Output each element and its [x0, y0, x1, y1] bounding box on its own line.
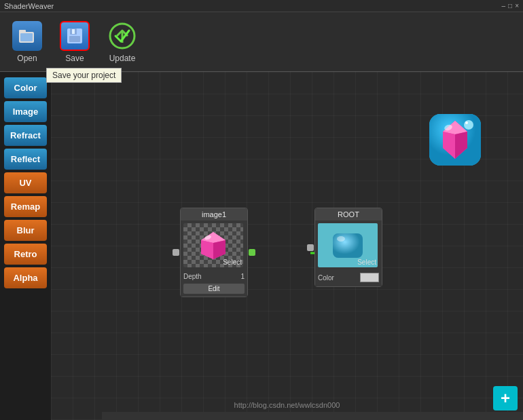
svg-marker-22	[213, 240, 226, 259]
node-image1-title: image1	[181, 208, 247, 221]
sidebar-item-image[interactable]: Image	[4, 101, 47, 122]
node-root-select-label: Select	[357, 259, 376, 266]
node-image1-body: Select	[181, 221, 247, 270]
node-image1-edit-btn[interactable]: Edit	[183, 284, 245, 294]
main-area: Color Image Refract Reflect UV Remap Blu…	[0, 72, 523, 420]
svg-point-27	[337, 236, 345, 242]
node-image1-output-connector[interactable]	[249, 249, 255, 256]
toolbar: Open Save Update Save your proj	[0, 12, 523, 72]
save-icon	[60, 21, 90, 51]
window-controls[interactable]: – □ ×	[502, 2, 519, 9]
open-button[interactable]: Open	[7, 21, 48, 63]
node-image1[interactable]: image1 Select Depth 1	[180, 208, 248, 297]
minimize-btn[interactable]: –	[502, 2, 506, 9]
node-image1-preview: Select	[183, 223, 243, 267]
save-tooltip: Save your project	[46, 68, 122, 83]
node-image1-depth-row: Depth 1	[183, 271, 245, 282]
node-root-footer: Color	[315, 270, 382, 286]
color-swatch[interactable]	[360, 273, 379, 282]
update-button[interactable]: Update	[102, 21, 143, 63]
horizontal-scrollbar[interactable]	[102, 412, 523, 420]
svg-rect-1	[19, 30, 26, 33]
svg-rect-26	[333, 233, 363, 258]
open-label: Open	[17, 54, 37, 63]
svg-rect-5	[69, 36, 80, 42]
sidebar-item-blur[interactable]: Blur	[4, 220, 47, 241]
add-button[interactable]: +	[493, 386, 518, 411]
gem-icon	[428, 113, 482, 167]
maximize-btn[interactable]: □	[508, 2, 512, 9]
open-icon	[12, 21, 42, 51]
sidebar-item-reflect[interactable]: Reflect	[4, 149, 47, 170]
sidebar-item-retro[interactable]: Retro	[4, 244, 47, 265]
canvas-area[interactable]: image1 Select Depth 1	[51, 72, 523, 420]
node-image1-footer: Depth 1 Edit	[181, 270, 247, 297]
node-root[interactable]: ROOT Select	[314, 208, 382, 287]
svg-point-17	[464, 120, 473, 130]
save-button[interactable]: Save	[54, 21, 95, 63]
close-btn[interactable]: ×	[515, 2, 519, 9]
watermark: http://blog.csdn.net/wwlcsdn000	[234, 401, 340, 409]
node-root-title: ROOT	[315, 208, 382, 221]
sidebar-item-refract[interactable]: Refract	[4, 125, 47, 146]
update-label: Update	[109, 54, 136, 63]
svg-point-18	[465, 121, 468, 124]
color-label: Color	[318, 274, 334, 282]
node-root-body: Select	[315, 221, 382, 270]
node-root-preview: Select	[318, 223, 378, 267]
svg-marker-23	[201, 240, 213, 259]
svg-rect-6	[72, 29, 75, 34]
sidebar-item-remap[interactable]: Remap	[4, 196, 47, 217]
svg-rect-2	[20, 33, 33, 41]
node-image1-input-connector[interactable]	[173, 249, 179, 256]
depth-value: 1	[240, 273, 245, 280]
node-root-color-row: Color	[318, 271, 379, 284]
node-image1-select-label: Select	[223, 259, 242, 266]
depth-label: Depth	[183, 273, 202, 280]
title-bar: ShaderWeaver – □ ×	[0, 0, 523, 12]
save-label: Save	[65, 54, 84, 63]
sidebar-item-alpha[interactable]: Alpha	[4, 267, 47, 288]
node-root-input-connector[interactable]	[307, 244, 314, 251]
app-title: ShaderWeaver	[4, 2, 54, 10]
sidebar-item-uv[interactable]: UV	[4, 172, 47, 193]
add-icon: +	[501, 389, 510, 408]
update-icon	[107, 21, 137, 51]
sidebar-item-color[interactable]: Color	[4, 77, 47, 98]
sidebar: Color Image Refract Reflect UV Remap Blu…	[0, 72, 51, 420]
